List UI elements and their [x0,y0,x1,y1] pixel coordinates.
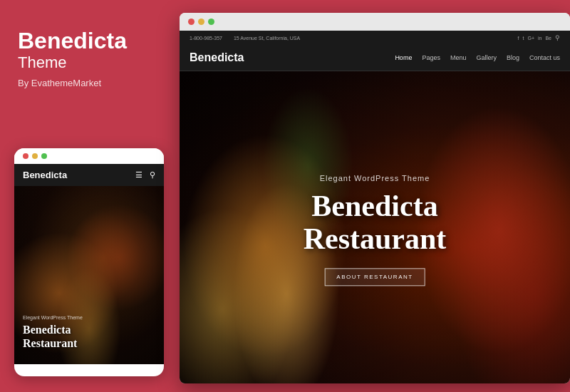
twitter-icon: t [522,36,524,41]
hamburger-icon: ☰ [135,170,142,180]
mobile-dot-red [23,153,28,159]
address-social: f t G+ in Be ⚲ [518,34,560,41]
theme-title: Benedicta [18,29,159,53]
mobile-chrome-bar [14,148,164,164]
nav-link-home[interactable]: Home [395,54,412,61]
desktop-chrome-bar [180,13,570,31]
mobile-hero: Elegant WordPress Theme Benedicta Restau… [14,186,164,364]
about-restaurant-button[interactable]: ABOUT RESTAURANT [324,269,425,287]
desktop-tagline: Elegant WordPress Theme [304,174,447,182]
desktop-mockup: 1-800-985-357 15 Avenue St, California, … [180,13,570,383]
nav-link-blog[interactable]: Blog [507,54,519,61]
desktop-hero-content: Elegant WordPress Theme Benedicta Restau… [304,174,447,286]
theme-subtitle: Theme [18,53,159,72]
theme-title-block: Benedicta Theme By EvathemeMarket [18,29,159,88]
chrome-dot-yellow [198,19,204,25]
desktop-hero: Elegant WordPress Theme Benedicta Restau… [180,71,570,383]
mobile-headline: Benedicta Restaurant [23,323,83,350]
theme-by: By EvathemeMarket [18,78,159,88]
search-icon[interactable]: ⚲ [555,34,560,41]
mobile-mockup: Benedicta ☰ ⚲ Elegant WordPress Theme Be… [14,148,164,376]
desktop-nav: Benedicta Home Pages Menu Gallery Blog C… [180,45,570,71]
mobile-nav-logo: Benedicta [23,170,67,180]
nav-link-contact[interactable]: Contact us [529,54,560,61]
chrome-dot-green [208,19,214,25]
search-icon: ⚲ [150,170,155,180]
mobile-dot-yellow [32,153,38,159]
nav-link-pages[interactable]: Pages [422,54,440,61]
behance-icon: Be [545,36,551,41]
address-left: 1-800-985-357 15 Avenue St, California, … [190,36,300,41]
nav-link-gallery[interactable]: Gallery [476,54,497,61]
address-phone: 1-800-985-357 [190,36,222,41]
facebook-icon: f [518,36,519,41]
left-panel: Benedicta Theme By EvathemeMarket Benedi… [0,0,177,392]
google-plus-icon: G+ [527,36,534,41]
desktop-address-bar: 1-800-985-357 15 Avenue St, California, … [180,31,570,45]
mobile-nav-bar: Benedicta ☰ ⚲ [14,164,164,186]
nav-link-menu[interactable]: Menu [450,54,467,61]
instagram-icon: in [538,36,542,41]
desktop-nav-logo: Benedicta [190,51,244,64]
desktop-headline: Benedicta Restaurant [304,190,447,255]
chrome-dot-red [188,19,195,25]
desktop-nav-links: Home Pages Menu Gallery Blog Contact us [395,54,560,61]
mobile-nav-icons: ☰ ⚲ [135,170,155,180]
mobile-dot-green [41,153,47,159]
address-text: 15 Avenue St, California, USA [234,36,300,41]
mobile-tagline: Elegant WordPress Theme [23,315,83,320]
mobile-hero-text: Elegant WordPress Theme Benedicta Restau… [23,315,83,350]
